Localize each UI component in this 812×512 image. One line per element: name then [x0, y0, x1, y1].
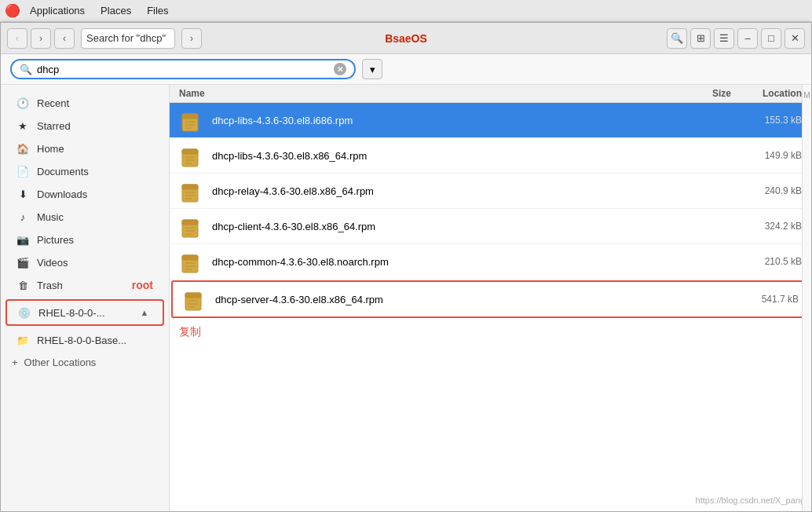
rpm-icon: [179, 249, 204, 274]
sidebar-item-downloads[interactable]: ⬇ Downloads: [5, 183, 164, 205]
title-bar: ‹ › ‹ Search for "dhcp" › BsaeOS 🔍 ⊞ ☰ –…: [1, 23, 811, 54]
file-name: dhcp-libs-4.3.6-30.el8.i686.rpm: [212, 115, 723, 126]
search-input[interactable]: [37, 64, 329, 75]
rpm-icon: [179, 143, 204, 168]
file-size: 541.7 kB: [720, 294, 799, 305]
file-name: dhcp-server-4.3.6-30.el8.x86_64.rpm: [215, 294, 720, 305]
file-size: 324.2 kB: [723, 221, 802, 232]
nav-back-button[interactable]: ‹: [7, 28, 27, 49]
rpm-icon: [182, 287, 207, 312]
file-name: dhcp-common-4.3.6-30.el8.noarch.rpm: [212, 256, 723, 268]
home-icon: 🏠: [16, 142, 29, 155]
recent-icon: 🕐: [16, 97, 29, 109]
documents-icon: 📄: [16, 165, 29, 177]
sidebar-item-label: Starred: [37, 120, 153, 132]
table-row[interactable]: dhcp-server-4.3.6-30.el8.x86_64.rpm 541.…: [171, 280, 810, 318]
sidebar-item-label: RHEL-8-0-0-...: [38, 307, 130, 319]
more-indicator: M: [803, 88, 810, 100]
sidebar-item-label: Music: [37, 211, 153, 223]
file-size: 149.9 kB: [723, 150, 802, 161]
starred-icon: ★: [16, 119, 29, 132]
sidebar-item-pictures[interactable]: 📷 Pictures: [5, 229, 164, 251]
rpm-icon: [179, 108, 204, 133]
window-controls: 🔍 ⊞ ☰ – □ ✕: [667, 28, 805, 49]
search-clear-button[interactable]: ✕: [334, 63, 346, 75]
sidebar-item-label: Downloads: [37, 188, 153, 200]
svg-rect-21: [182, 255, 198, 260]
table-row[interactable]: dhcp-common-4.3.6-30.el8.noarch.rpm 210.…: [170, 244, 811, 280]
nav-up-button[interactable]: ‹: [54, 28, 75, 49]
rpm-icon: [179, 214, 204, 239]
menu-bar: 🔴 Applications Places Files: [0, 0, 812, 22]
svg-rect-1: [182, 114, 198, 119]
menu-button[interactable]: ☰: [714, 28, 734, 49]
sidebar-item-label: Pictures: [37, 234, 153, 246]
eject-button[interactable]: ▲: [137, 305, 152, 320]
plus-icon: +: [12, 357, 18, 368]
maximize-button[interactable]: □: [761, 28, 781, 49]
sidebar-item-videos[interactable]: 🎬 Videos: [5, 251, 164, 273]
toolbar: 🔍 ✕ ▾: [1, 54, 811, 85]
sidebar-item-rhel1[interactable]: 💿 RHEL-8-0-0-... ▲: [7, 301, 163, 324]
chevron-down-icon: ▾: [370, 64, 375, 75]
file-size: 240.9 kB: [723, 185, 802, 196]
sidebar-item-label: Recent: [37, 97, 153, 109]
other-locations-item[interactable]: + Other Locations: [1, 352, 169, 373]
window-title: BsaeOS: [385, 32, 427, 45]
file-size: 155.3 kB: [723, 115, 802, 126]
sidebar-item-trash[interactable]: 🗑 Trash root: [5, 274, 164, 296]
other-locations-label: Other Locations: [24, 357, 97, 368]
file-manager-window: ‹ › ‹ Search for "dhcp" › BsaeOS 🔍 ⊞ ☰ –…: [0, 22, 812, 512]
sidebar-item-label: Trash: [37, 280, 121, 291]
header-name: Name: [179, 88, 653, 99]
sidebar-item-starred[interactable]: ★ Starred: [5, 115, 164, 137]
sidebar-item-label: RHEL-8-0-0-Base...: [37, 335, 153, 346]
table-row[interactable]: dhcp-libs-4.3.6-30.el8.i686.rpm 155.3 kB: [170, 103, 811, 138]
nav-forward-button[interactable]: ›: [31, 28, 51, 49]
header-location: Location: [731, 88, 802, 99]
app-icon: 🔴: [5, 3, 20, 18]
search-button[interactable]: 🔍: [667, 28, 687, 49]
disc-icon: 💿: [18, 306, 31, 319]
nav-dropdown-button[interactable]: ›: [181, 28, 202, 49]
file-size: 210.5 kB: [723, 256, 802, 267]
table-row[interactable]: dhcp-client-4.3.6-30.el8.x86_64.rpm 324.…: [170, 209, 811, 244]
table-row[interactable]: dhcp-relay-4.3.6-30.el8.x86_64.rpm 240.9…: [170, 174, 811, 209]
pictures-icon: 📷: [16, 233, 29, 246]
file-name: dhcp-relay-4.3.6-30.el8.x86_64.rpm: [212, 185, 723, 197]
sidebar-item-label: Home: [37, 143, 153, 155]
sidebar-item-label: Documents: [37, 166, 153, 177]
svg-rect-6: [182, 149, 198, 154]
header-size: Size: [653, 88, 731, 99]
file-name: dhcp-libs-4.3.6-30.el8.x86_64.rpm: [212, 150, 723, 162]
svg-rect-26: [185, 293, 201, 298]
minimize-button[interactable]: –: [737, 28, 758, 49]
sidebar-item-music[interactable]: ♪ Music: [5, 206, 164, 228]
sidebar-item-label: Videos: [37, 257, 153, 269]
menu-places[interactable]: Places: [94, 3, 137, 18]
music-icon: ♪: [16, 210, 29, 223]
root-label: root: [132, 279, 153, 291]
sidebar-item-documents[interactable]: 📄 Documents: [5, 160, 164, 182]
folder-icon: 📁: [16, 334, 29, 346]
sidebar: 🕐 Recent ★ Starred 🏠 Home 📄 Documents ⬇ …: [1, 85, 170, 511]
content-area: Name Size Location dhcp-libs-4.3.6-30.el…: [170, 85, 811, 511]
search-icon: 🔍: [20, 64, 32, 75]
videos-icon: 🎬: [16, 256, 29, 269]
copy-label: 复制: [170, 319, 811, 346]
view-grid-button[interactable]: ⊞: [690, 28, 711, 49]
scroll-indicator: M: [802, 85, 811, 511]
menu-applications[interactable]: Applications: [24, 3, 91, 18]
main-area: 🕐 Recent ★ Starred 🏠 Home 📄 Documents ⬇ …: [1, 85, 811, 511]
watermark: https://blog.csdn.net/X_pang: [696, 496, 805, 505]
sidebar-item-home[interactable]: 🏠 Home: [5, 137, 164, 159]
close-button[interactable]: ✕: [785, 28, 805, 49]
table-row[interactable]: dhcp-libs-4.3.6-30.el8.x86_64.rpm 149.9 …: [170, 138, 811, 174]
search-bar: 🔍 ✕: [10, 59, 356, 79]
sidebar-item-rhel2[interactable]: 📁 RHEL-8-0-0-Base...: [5, 329, 164, 351]
menu-files[interactable]: Files: [141, 3, 174, 18]
svg-rect-11: [182, 185, 198, 189]
trash-icon: 🗑: [16, 279, 29, 291]
sidebar-item-recent[interactable]: 🕐 Recent: [5, 92, 164, 114]
search-dropdown-button[interactable]: ▾: [362, 59, 382, 79]
